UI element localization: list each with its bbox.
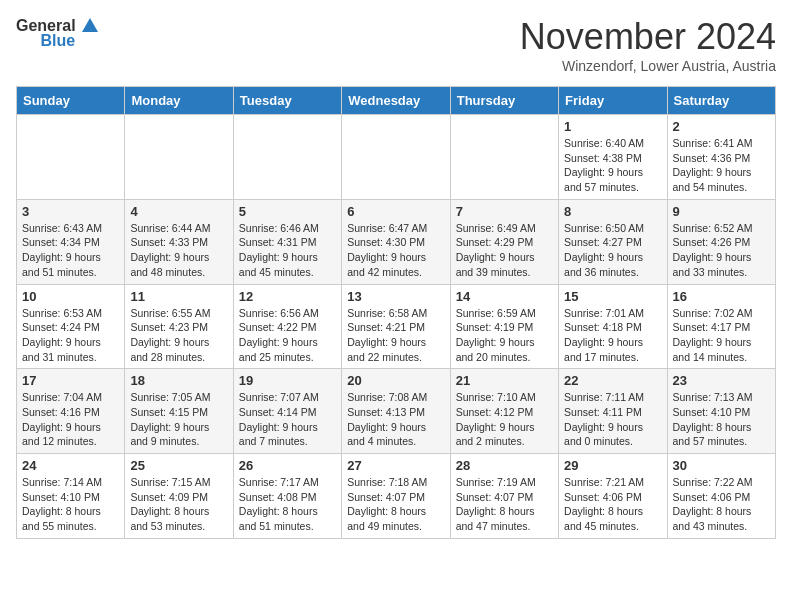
calendar-cell bbox=[342, 115, 450, 200]
calendar-cell: 19Sunrise: 7:07 AM Sunset: 4:14 PM Dayli… bbox=[233, 369, 341, 454]
day-number: 27 bbox=[347, 458, 444, 473]
day-number: 20 bbox=[347, 373, 444, 388]
calendar-cell: 7Sunrise: 6:49 AM Sunset: 4:29 PM Daylig… bbox=[450, 199, 558, 284]
day-number: 13 bbox=[347, 289, 444, 304]
day-detail: Sunrise: 6:52 AM Sunset: 4:26 PM Dayligh… bbox=[673, 221, 770, 280]
day-detail: Sunrise: 7:19 AM Sunset: 4:07 PM Dayligh… bbox=[456, 475, 553, 534]
day-number: 23 bbox=[673, 373, 770, 388]
calendar-cell: 21Sunrise: 7:10 AM Sunset: 4:12 PM Dayli… bbox=[450, 369, 558, 454]
day-detail: Sunrise: 6:49 AM Sunset: 4:29 PM Dayligh… bbox=[456, 221, 553, 280]
day-number: 29 bbox=[564, 458, 661, 473]
logo-blue-text: Blue bbox=[40, 32, 75, 50]
weekday-header-tuesday: Tuesday bbox=[233, 87, 341, 115]
week-row-4: 17Sunrise: 7:04 AM Sunset: 4:16 PM Dayli… bbox=[17, 369, 776, 454]
day-detail: Sunrise: 7:14 AM Sunset: 4:10 PM Dayligh… bbox=[22, 475, 119, 534]
day-detail: Sunrise: 6:59 AM Sunset: 4:19 PM Dayligh… bbox=[456, 306, 553, 365]
header: General Blue November 2024 Winzendorf, L… bbox=[16, 16, 776, 74]
day-number: 3 bbox=[22, 204, 119, 219]
calendar-cell: 2Sunrise: 6:41 AM Sunset: 4:36 PM Daylig… bbox=[667, 115, 775, 200]
day-detail: Sunrise: 6:47 AM Sunset: 4:30 PM Dayligh… bbox=[347, 221, 444, 280]
day-detail: Sunrise: 6:55 AM Sunset: 4:23 PM Dayligh… bbox=[130, 306, 227, 365]
day-number: 26 bbox=[239, 458, 336, 473]
calendar-cell: 12Sunrise: 6:56 AM Sunset: 4:22 PM Dayli… bbox=[233, 284, 341, 369]
day-number: 6 bbox=[347, 204, 444, 219]
calendar-cell: 25Sunrise: 7:15 AM Sunset: 4:09 PM Dayli… bbox=[125, 454, 233, 539]
day-detail: Sunrise: 7:08 AM Sunset: 4:13 PM Dayligh… bbox=[347, 390, 444, 449]
day-detail: Sunrise: 7:01 AM Sunset: 4:18 PM Dayligh… bbox=[564, 306, 661, 365]
day-detail: Sunrise: 7:07 AM Sunset: 4:14 PM Dayligh… bbox=[239, 390, 336, 449]
day-number: 8 bbox=[564, 204, 661, 219]
calendar-cell: 20Sunrise: 7:08 AM Sunset: 4:13 PM Dayli… bbox=[342, 369, 450, 454]
day-number: 18 bbox=[130, 373, 227, 388]
calendar-cell bbox=[450, 115, 558, 200]
day-detail: Sunrise: 7:21 AM Sunset: 4:06 PM Dayligh… bbox=[564, 475, 661, 534]
weekday-header-saturday: Saturday bbox=[667, 87, 775, 115]
calendar-cell: 3Sunrise: 6:43 AM Sunset: 4:34 PM Daylig… bbox=[17, 199, 125, 284]
calendar-cell bbox=[125, 115, 233, 200]
svg-marker-0 bbox=[82, 18, 98, 32]
weekday-header-friday: Friday bbox=[559, 87, 667, 115]
calendar-cell: 11Sunrise: 6:55 AM Sunset: 4:23 PM Dayli… bbox=[125, 284, 233, 369]
calendar-cell: 8Sunrise: 6:50 AM Sunset: 4:27 PM Daylig… bbox=[559, 199, 667, 284]
day-detail: Sunrise: 6:58 AM Sunset: 4:21 PM Dayligh… bbox=[347, 306, 444, 365]
day-number: 21 bbox=[456, 373, 553, 388]
calendar-cell: 9Sunrise: 6:52 AM Sunset: 4:26 PM Daylig… bbox=[667, 199, 775, 284]
day-detail: Sunrise: 6:44 AM Sunset: 4:33 PM Dayligh… bbox=[130, 221, 227, 280]
calendar-cell: 1Sunrise: 6:40 AM Sunset: 4:38 PM Daylig… bbox=[559, 115, 667, 200]
calendar-cell: 10Sunrise: 6:53 AM Sunset: 4:24 PM Dayli… bbox=[17, 284, 125, 369]
calendar-cell: 28Sunrise: 7:19 AM Sunset: 4:07 PM Dayli… bbox=[450, 454, 558, 539]
weekday-header-sunday: Sunday bbox=[17, 87, 125, 115]
day-number: 24 bbox=[22, 458, 119, 473]
day-number: 19 bbox=[239, 373, 336, 388]
day-detail: Sunrise: 7:05 AM Sunset: 4:15 PM Dayligh… bbox=[130, 390, 227, 449]
day-detail: Sunrise: 6:40 AM Sunset: 4:38 PM Dayligh… bbox=[564, 136, 661, 195]
day-number: 9 bbox=[673, 204, 770, 219]
location-subtitle: Winzendorf, Lower Austria, Austria bbox=[520, 58, 776, 74]
week-row-3: 10Sunrise: 6:53 AM Sunset: 4:24 PM Dayli… bbox=[17, 284, 776, 369]
day-number: 4 bbox=[130, 204, 227, 219]
weekday-header-thursday: Thursday bbox=[450, 87, 558, 115]
calendar-cell: 29Sunrise: 7:21 AM Sunset: 4:06 PM Dayli… bbox=[559, 454, 667, 539]
day-detail: Sunrise: 7:04 AM Sunset: 4:16 PM Dayligh… bbox=[22, 390, 119, 449]
title-area: November 2024 Winzendorf, Lower Austria,… bbox=[520, 16, 776, 74]
weekday-header-row: SundayMondayTuesdayWednesdayThursdayFrid… bbox=[17, 87, 776, 115]
day-detail: Sunrise: 6:50 AM Sunset: 4:27 PM Dayligh… bbox=[564, 221, 661, 280]
day-detail: Sunrise: 7:18 AM Sunset: 4:07 PM Dayligh… bbox=[347, 475, 444, 534]
calendar-cell: 23Sunrise: 7:13 AM Sunset: 4:10 PM Dayli… bbox=[667, 369, 775, 454]
day-detail: Sunrise: 6:46 AM Sunset: 4:31 PM Dayligh… bbox=[239, 221, 336, 280]
week-row-2: 3Sunrise: 6:43 AM Sunset: 4:34 PM Daylig… bbox=[17, 199, 776, 284]
calendar-cell: 13Sunrise: 6:58 AM Sunset: 4:21 PM Dayli… bbox=[342, 284, 450, 369]
month-title: November 2024 bbox=[520, 16, 776, 58]
day-number: 28 bbox=[456, 458, 553, 473]
day-number: 12 bbox=[239, 289, 336, 304]
weekday-header-monday: Monday bbox=[125, 87, 233, 115]
calendar-cell: 17Sunrise: 7:04 AM Sunset: 4:16 PM Dayli… bbox=[17, 369, 125, 454]
day-detail: Sunrise: 7:11 AM Sunset: 4:11 PM Dayligh… bbox=[564, 390, 661, 449]
day-detail: Sunrise: 7:22 AM Sunset: 4:06 PM Dayligh… bbox=[673, 475, 770, 534]
day-detail: Sunrise: 7:02 AM Sunset: 4:17 PM Dayligh… bbox=[673, 306, 770, 365]
calendar-cell: 4Sunrise: 6:44 AM Sunset: 4:33 PM Daylig… bbox=[125, 199, 233, 284]
day-number: 1 bbox=[564, 119, 661, 134]
calendar-cell bbox=[17, 115, 125, 200]
day-detail: Sunrise: 7:15 AM Sunset: 4:09 PM Dayligh… bbox=[130, 475, 227, 534]
logo: General Blue bbox=[16, 16, 100, 50]
day-number: 2 bbox=[673, 119, 770, 134]
day-detail: Sunrise: 6:56 AM Sunset: 4:22 PM Dayligh… bbox=[239, 306, 336, 365]
calendar-cell: 27Sunrise: 7:18 AM Sunset: 4:07 PM Dayli… bbox=[342, 454, 450, 539]
week-row-1: 1Sunrise: 6:40 AM Sunset: 4:38 PM Daylig… bbox=[17, 115, 776, 200]
day-number: 22 bbox=[564, 373, 661, 388]
day-number: 16 bbox=[673, 289, 770, 304]
calendar-cell: 18Sunrise: 7:05 AM Sunset: 4:15 PM Dayli… bbox=[125, 369, 233, 454]
day-number: 17 bbox=[22, 373, 119, 388]
calendar-cell: 22Sunrise: 7:11 AM Sunset: 4:11 PM Dayli… bbox=[559, 369, 667, 454]
day-number: 30 bbox=[673, 458, 770, 473]
day-detail: Sunrise: 6:41 AM Sunset: 4:36 PM Dayligh… bbox=[673, 136, 770, 195]
day-number: 7 bbox=[456, 204, 553, 219]
logo-icon bbox=[80, 16, 100, 36]
calendar-cell: 14Sunrise: 6:59 AM Sunset: 4:19 PM Dayli… bbox=[450, 284, 558, 369]
day-number: 25 bbox=[130, 458, 227, 473]
week-row-5: 24Sunrise: 7:14 AM Sunset: 4:10 PM Dayli… bbox=[17, 454, 776, 539]
day-detail: Sunrise: 7:13 AM Sunset: 4:10 PM Dayligh… bbox=[673, 390, 770, 449]
day-detail: Sunrise: 6:43 AM Sunset: 4:34 PM Dayligh… bbox=[22, 221, 119, 280]
calendar: SundayMondayTuesdayWednesdayThursdayFrid… bbox=[16, 86, 776, 539]
